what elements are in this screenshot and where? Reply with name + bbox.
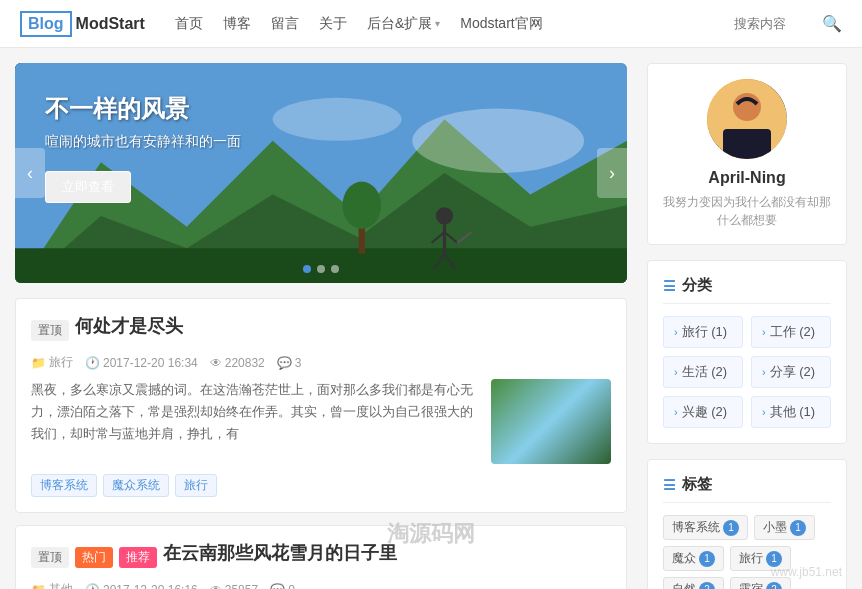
hero-title: 不一样的风景 (45, 93, 241, 125)
views-icon-2: 👁 (210, 583, 222, 590)
svg-point-4 (412, 109, 584, 173)
categories-title: ☰ 分类 (663, 276, 831, 304)
post-excerpt-1: 黑夜，多么寒凉又震撼的词。在这浩瀚苍茫世上，面对那么多我们都是有心无力，漂泊陌之… (31, 379, 479, 464)
category-item-2[interactable]: › 生活 (2) (663, 356, 743, 388)
badge-top-1: 置顶 (31, 320, 69, 341)
hero-dot-1[interactable] (303, 265, 311, 273)
post-tags-1: 博客系统 魔众系统 旅行 (31, 474, 611, 497)
categories-icon: ☰ (663, 278, 676, 294)
hero-dots (303, 265, 339, 273)
category-item-5[interactable]: › 其他 (1) (751, 396, 831, 428)
avatar-svg (707, 79, 787, 159)
tag-cloud-2[interactable]: 魔众 1 (663, 546, 724, 571)
nav-about[interactable]: 关于 (319, 15, 347, 33)
svg-point-19 (707, 79, 787, 159)
category-arrow-1: › (762, 326, 766, 338)
tag-cloud-1[interactable]: 小墨 1 (754, 515, 815, 540)
date-icon: 🕐 (85, 356, 100, 370)
post-comments-2: 💬 0 (270, 583, 295, 590)
tags-title: ☰ 标签 (663, 475, 831, 503)
logo-site-name: ModStart (76, 15, 145, 33)
svg-point-6 (436, 207, 453, 224)
hero-dot-2[interactable] (317, 265, 325, 273)
svg-point-14 (342, 182, 381, 229)
post-category-1: 📁 旅行 (31, 354, 73, 371)
nav-modstart[interactable]: Modstart官网 (460, 15, 542, 33)
nav-blog[interactable]: 博客 (223, 15, 251, 33)
hero-dot-3[interactable] (331, 265, 339, 273)
date-icon-2: 🕐 (85, 583, 100, 590)
hero-text: 不一样的风景 喧闹的城市也有安静祥和的一面 立即查看 (45, 93, 241, 203)
hero-banner: 不一样的风景 喧闹的城市也有安静祥和的一面 立即查看 ‹ › (15, 63, 627, 283)
category-grid: › 旅行 (1) › 工作 (2) › 生活 (2) › 分享 (2) › (663, 316, 831, 428)
tag-cloud-5[interactable]: 露宿 2 (730, 577, 791, 589)
category-arrow-0: › (674, 326, 678, 338)
left-content: 不一样的风景 喧闹的城市也有安静祥和的一面 立即查看 ‹ › 置顶 何处才是尽头… (15, 63, 627, 589)
header: Blog ModStart 首页 博客 留言 关于 后台&扩展 ▾ Modsta… (0, 0, 862, 48)
category-icon: 📁 (31, 356, 46, 370)
badge-rec-2: 推荐 (119, 547, 157, 568)
search-input[interactable] (734, 16, 814, 31)
post-tag-1-1[interactable]: 魔众系统 (103, 474, 169, 497)
right-sidebar: April-Ning 我努力变因为我什么都没有却那什么都想要 ☰ 分类 › 旅行… (647, 63, 847, 589)
post-meta-1: 📁 旅行 🕐 2017-12-20 16:34 👁 220832 💬 3 (31, 354, 611, 371)
post-badges-2: 置顶 热门 推荐 在云南那些风花雪月的日子里 (31, 541, 611, 573)
profile-bio: 我努力变因为我什么都没有却那什么都想要 (663, 193, 831, 229)
profile-card: April-Ning 我努力变因为我什么都没有却那什么都想要 (647, 63, 847, 245)
post-tag-1-2[interactable]: 旅行 (175, 474, 217, 497)
badge-top-2: 置顶 (31, 547, 69, 568)
post-title-1[interactable]: 何处才是尽头 (75, 314, 183, 338)
post-thumb-1 (491, 379, 611, 464)
post-comments-1: 💬 3 (277, 356, 302, 370)
nav-message[interactable]: 留言 (271, 15, 299, 33)
tags-cloud: 博客系统 1 小墨 1 魔众 1 旅行 1 自然 2 (663, 515, 831, 589)
post-date-1: 🕐 2017-12-20 16:34 (85, 356, 198, 370)
tag-cloud-3[interactable]: 旅行 1 (730, 546, 791, 571)
post-tag-1-0[interactable]: 博客系统 (31, 474, 97, 497)
avatar (707, 79, 787, 159)
badge-hot-2: 热门 (75, 547, 113, 568)
post-views-1: 👁 220832 (210, 356, 265, 370)
search-area: 🔍 (734, 14, 842, 33)
tag-cloud-4[interactable]: 自然 2 (663, 577, 724, 589)
post-body-1: 黑夜，多么寒凉又震撼的词。在这浩瀚苍茫世上，面对那么多我们都是有心无力，漂泊陌之… (31, 379, 611, 464)
hero-next-button[interactable]: › (597, 148, 627, 198)
category-arrow-3: › (762, 366, 766, 378)
site-logo[interactable]: Blog ModStart (20, 11, 145, 37)
categories-card: ☰ 分类 › 旅行 (1) › 工作 (2) › 生活 (2) › 分 (647, 260, 847, 444)
nav-backend[interactable]: 后台&扩展 ▾ (367, 15, 440, 33)
hero-cta-button[interactable]: 立即查看 (45, 171, 131, 203)
post-views-2: 👁 35857 (210, 583, 258, 590)
tag-cloud-0[interactable]: 博客系统 1 (663, 515, 748, 540)
category-item-3[interactable]: › 分享 (2) (751, 356, 831, 388)
post-meta-2: 📁 其他 🕐 2017-12-20 16:16 👁 35857 💬 0 (31, 581, 611, 589)
category-icon-2: 📁 (31, 583, 46, 590)
logo-blog-tag: Blog (20, 11, 72, 37)
comments-icon-2: 💬 (270, 583, 285, 590)
category-arrow-2: › (674, 366, 678, 378)
post-date-2: 🕐 2017-12-20 16:16 (85, 583, 198, 590)
nav-home[interactable]: 首页 (175, 15, 203, 33)
category-arrow-5: › (762, 406, 766, 418)
post-badges-1: 置顶 何处才是尽头 (31, 314, 611, 346)
thumb-green-img (491, 379, 611, 464)
chevron-down-icon: ▾ (435, 18, 440, 29)
tags-card: ☰ 标签 博客系统 1 小墨 1 魔众 1 旅行 1 (647, 459, 847, 589)
category-item-1[interactable]: › 工作 (2) (751, 316, 831, 348)
post-title-2[interactable]: 在云南那些风花雪月的日子里 (163, 541, 397, 565)
category-item-0[interactable]: › 旅行 (1) (663, 316, 743, 348)
category-item-4[interactable]: › 兴趣 (2) (663, 396, 743, 428)
hero-prev-button[interactable]: ‹ (15, 148, 45, 198)
search-icon[interactable]: 🔍 (822, 14, 842, 33)
main-nav: 首页 博客 留言 关于 后台&扩展 ▾ Modstart官网 (175, 15, 734, 33)
main-container: 不一样的风景 喧闹的城市也有安静祥和的一面 立即查看 ‹ › 置顶 何处才是尽头… (0, 48, 862, 589)
post-card-2: 置顶 热门 推荐 在云南那些风花雪月的日子里 📁 其他 🕐 2017-12-20… (15, 525, 627, 589)
svg-point-5 (273, 98, 402, 141)
hero-subtitle: 喧闹的城市也有安静祥和的一面 (45, 133, 241, 151)
comments-icon: 💬 (277, 356, 292, 370)
tags-icon: ☰ (663, 477, 676, 493)
views-icon: 👁 (210, 356, 222, 370)
category-arrow-4: › (674, 406, 678, 418)
post-card-1: 置顶 何处才是尽头 📁 旅行 🕐 2017-12-20 16:34 👁 2208… (15, 298, 627, 513)
profile-name: April-Ning (663, 169, 831, 187)
